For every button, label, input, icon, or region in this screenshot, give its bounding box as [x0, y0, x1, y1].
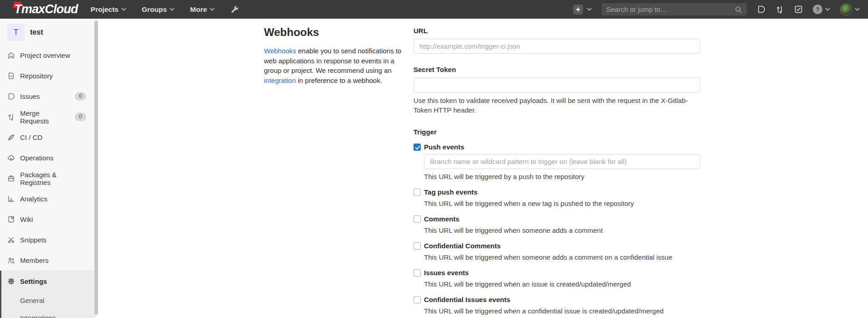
book-icon — [7, 215, 15, 223]
sidebar-item-ci-cd[interactable]: CI / CD — [0, 127, 95, 148]
document-icon — [7, 72, 15, 80]
sidebar-subitem-integrations[interactable]: Integrations — [1, 309, 95, 318]
trigger-push-events: Push events This URL will be triggered b… — [413, 143, 700, 181]
chevron-down-icon — [825, 8, 830, 11]
navbar-links: Projects Groups More — [91, 5, 215, 14]
sidebar-item-settings[interactable]: Settings — [1, 271, 95, 292]
webhooks-doc-link[interactable]: Webhooks — [264, 47, 296, 55]
webhooks-intro-column: Webhooks Webhooks enable you to send not… — [264, 24, 413, 318]
rocket-icon — [7, 133, 15, 141]
secret-token-input[interactable] — [413, 77, 700, 92]
help-menu[interactable]: ? — [813, 5, 830, 14]
issues-count-badge: 0 — [75, 92, 86, 100]
url-label: URL — [413, 27, 700, 35]
trigger-tag-push-events: Tag push events This URL will be trigger… — [413, 188, 700, 208]
sidebar-item-packages-registries[interactable]: Packages & Registries — [0, 168, 95, 189]
merge-requests-button[interactable] — [775, 5, 784, 14]
admin-wrench-button[interactable] — [230, 5, 239, 14]
chart-icon — [7, 195, 15, 203]
chevron-down-icon — [587, 8, 592, 11]
sidebar-item-repository[interactable]: Repository — [0, 66, 95, 86]
comments-checkbox[interactable] — [413, 215, 421, 223]
issues-events-help: This URL will be triggered when an issue… — [424, 279, 700, 289]
trigger-label: Trigger — [413, 128, 700, 136]
confidential-issues-events-checkbox[interactable] — [413, 296, 421, 303]
issues-events-checkbox[interactable] — [413, 269, 421, 277]
issues-icon — [7, 92, 15, 100]
secret-token-help: Use this token to validate received payl… — [413, 96, 700, 115]
navbar-right-cluster: + ? — [573, 3, 860, 15]
sidebar-item-snippets[interactable]: Snippets — [0, 230, 95, 250]
trigger-options: Push events This URL will be triggered b… — [413, 143, 700, 316]
avatar — [840, 4, 852, 15]
issues-dashboard-button[interactable] — [757, 5, 765, 14]
issues-icon — [757, 5, 765, 14]
todo-check-icon — [794, 5, 803, 14]
sidebar-subitem-general[interactable]: General — [1, 292, 95, 309]
confidential-comments-label[interactable]: Confidential Comments — [424, 241, 501, 251]
merge-request-icon — [7, 113, 15, 121]
url-input[interactable] — [413, 39, 700, 54]
sidebar-item-analytics[interactable]: Analytics — [0, 189, 95, 209]
integration-link[interactable]: integration — [264, 77, 296, 84]
search-icon[interactable] — [735, 6, 742, 13]
main-area: PlatformPS › test › Webhook Settings Web… — [96, 0, 868, 318]
sidebar-item-merge-requests[interactable]: Merge Requests 0 — [0, 107, 95, 127]
project-sidebar: T test Project overview Repository Issue… — [0, 19, 96, 318]
comments-label[interactable]: Comments — [424, 215, 460, 224]
trigger-confidential-comments: Confidential Comments This URL will be t… — [413, 241, 700, 262]
search-input[interactable] — [606, 5, 735, 13]
chevron-down-icon — [170, 8, 175, 11]
tmaxcloud-logo[interactable]: TmaxCloud — [8, 0, 78, 19]
webhooks-description: Webhooks enable you to send notification… — [264, 46, 410, 85]
sidebar-item-operations[interactable]: Operations — [0, 148, 95, 168]
issues-events-label[interactable]: Issues events — [424, 268, 469, 277]
tag-push-events-checkbox[interactable] — [413, 189, 421, 196]
confidential-issues-events-label[interactable]: Confidential Issues events — [424, 295, 510, 304]
project-header: T test — [0, 19, 95, 45]
trigger-comments: Comments This URL will be triggered when… — [413, 215, 700, 235]
confidential-comments-help: This URL will be triggered when someone … — [424, 252, 700, 262]
branch-filter-input[interactable] — [424, 154, 700, 169]
sidebar-item-members[interactable]: Members — [0, 250, 95, 271]
tag-push-events-label[interactable]: Tag push events — [424, 188, 477, 197]
chevron-down-icon — [855, 8, 860, 11]
tag-push-events-help: This URL will be triggered when a new ta… — [424, 199, 700, 208]
top-navbar: TmaxCloud Projects Groups More + — [0, 0, 868, 19]
gear-icon — [7, 277, 15, 285]
merge-request-icon — [775, 5, 784, 14]
sidebar-item-wiki[interactable]: Wiki — [0, 209, 95, 230]
scissors-icon — [7, 236, 15, 244]
confidential-comments-checkbox[interactable] — [413, 242, 421, 250]
logo-text: TmaxCloud — [14, 2, 78, 16]
nav-more-menu[interactable]: More — [190, 5, 215, 14]
users-icon — [7, 256, 15, 264]
push-events-checkbox[interactable] — [413, 144, 421, 151]
plus-icon: + — [573, 5, 583, 15]
chevron-down-icon — [210, 8, 215, 11]
help-icon: ? — [813, 5, 822, 14]
sidebar-item-issues[interactable]: Issues 0 — [0, 86, 95, 107]
sidebar-settings-section: Settings General Integrations — [0, 271, 95, 318]
trigger-confidential-issues-events: Confidential Issues events This URL will… — [413, 295, 700, 316]
push-events-label[interactable]: Push events — [424, 143, 464, 152]
confidential-issues-events-help: This URL will be triggered when a confid… — [424, 306, 700, 316]
home-icon — [7, 51, 15, 59]
new-item-dropdown[interactable]: + — [573, 5, 592, 15]
sidebar-scrollbar[interactable] — [94, 21, 98, 315]
cloud-gear-icon — [7, 154, 15, 162]
project-avatar[interactable]: T — [7, 24, 25, 41]
todos-button[interactable] — [794, 5, 803, 14]
nav-groups-menu[interactable]: Groups — [142, 5, 175, 14]
webhook-form: URL Secret Token Use this token to valid… — [413, 24, 700, 318]
page-title: Webhooks — [264, 26, 413, 39]
comments-help: This URL will be triggered when someone … — [424, 226, 700, 235]
secret-token-label: Secret Token — [413, 66, 700, 73]
wrench-icon — [230, 5, 239, 14]
sidebar-item-project-overview[interactable]: Project overview — [0, 45, 95, 66]
nav-projects-menu[interactable]: Projects — [91, 5, 126, 14]
package-icon — [7, 174, 15, 182]
user-menu[interactable] — [840, 4, 860, 15]
project-name: test — [30, 28, 43, 36]
push-events-help: This URL will be triggered by a push to … — [424, 172, 700, 181]
